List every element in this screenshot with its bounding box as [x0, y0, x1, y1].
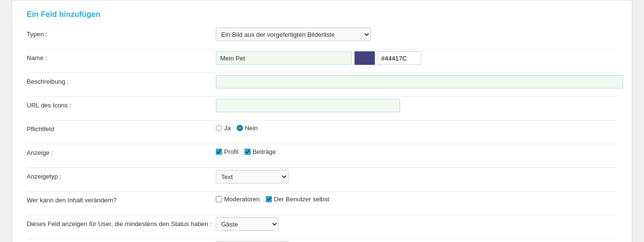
anzeige-profil-checkbox[interactable]: [216, 149, 222, 155]
wer-kann-checkbox-group: Moderatoren Der Benutzer selbst: [216, 194, 329, 203]
form-container: Ein Feld hinzufügen Typen : Ein Bild aus…: [12, 0, 632, 242]
anzeige-beitraege-checkbox[interactable]: [244, 149, 251, 155]
name-label: Name :: [27, 51, 216, 61]
anzeige-row: Anzeige : Profil Beiträge: [27, 146, 617, 161]
moderatoren-item: Moderatoren: [216, 196, 260, 203]
anzeige-beitraege-item: Beiträge: [244, 148, 276, 155]
url-icons-input[interactable]: [216, 99, 400, 112]
status-select[interactable]: Gäste Mitglieder Moderatoren Administrat…: [216, 217, 279, 231]
wer-kann-control: Moderatoren Der Benutzer selbst: [216, 194, 617, 203]
anzeigetyp-label: Anzeigetyp :: [27, 170, 216, 180]
url-icons-label: URL des Icons :: [27, 99, 216, 109]
anzeigetyp-row: Anzeigetyp : Text Bild Link: [27, 170, 617, 184]
beschreibung-control: [216, 75, 623, 89]
pflichtfeld-nein-item: Nein: [237, 124, 258, 132]
pflichtfeld-nein-radio[interactable]: [237, 125, 243, 131]
typen-row: Typen : Ein Bild aus der vorgefertigten …: [27, 28, 617, 42]
pflichtfeld-nein-label: Nein: [245, 124, 258, 132]
anzeige-checkbox-group: Profil Beiträge: [216, 146, 276, 155]
pflichtfeld-radio-group: Ja Nein: [216, 122, 258, 132]
wer-kann-row: Wer kann den Inhalt verändern? Moderator…: [27, 194, 617, 208]
typen-label: Typen :: [27, 28, 216, 38]
moderatoren-label: Moderatoren: [224, 196, 260, 203]
anzeige-control: Profil Beiträge: [216, 146, 617, 155]
moderatoren-checkbox[interactable]: [216, 196, 222, 202]
anzeige-profil-item: Profil: [216, 148, 239, 155]
url-icons-row: URL des Icons :: [27, 99, 617, 113]
name-row: Name :: [27, 51, 617, 66]
anzeige-profil-label: Profil: [224, 148, 239, 155]
wer-kann-label: Wer kann den Inhalt verändern?: [27, 194, 216, 204]
name-control: [216, 51, 617, 65]
benutzer-checkbox[interactable]: [266, 196, 272, 202]
typen-select[interactable]: Ein Bild aus der vorgefertigten Bilderli…: [216, 28, 371, 41]
pflichtfeld-ja-item: Ja: [216, 124, 231, 132]
anzeigetyp-control: Text Bild Link: [216, 170, 617, 183]
status-control: Gäste Mitglieder Moderatoren Administrat…: [216, 217, 617, 231]
color-hex-input[interactable]: [378, 51, 421, 65]
name-input[interactable]: [216, 51, 352, 65]
typen-control: Ein Bild aus der vorgefertigten Bilderli…: [216, 28, 617, 41]
pflichtfeld-label: Pflichtfeld: [27, 122, 216, 133]
pflichtfeld-ja-radio[interactable]: [216, 125, 222, 131]
status-row: Dieses Feld anzeigen für User, die minde…: [27, 217, 617, 232]
url-icons-control: [216, 99, 617, 112]
color-swatch-button[interactable]: [354, 51, 375, 65]
pflichtfeld-row: Pflichtfeld Ja Nein: [27, 122, 617, 137]
anzeigetyp-select[interactable]: Text Bild Link: [216, 170, 289, 183]
benutzer-item: Der Benutzer selbst: [266, 196, 329, 203]
page-title: Ein Feld hinzufügen: [27, 10, 617, 19]
benutzer-label: Der Benutzer selbst: [274, 196, 329, 203]
beschreibung-input[interactable]: [216, 75, 623, 89]
beschreibung-label: Beschreibung :: [27, 75, 216, 85]
status-label: Dieses Feld anzeigen für User, die minde…: [27, 217, 216, 227]
beschreibung-row: Beschreibung :: [27, 75, 617, 90]
anzeige-label: Anzeige :: [27, 146, 216, 156]
pflichtfeld-ja-label: Ja: [224, 124, 231, 132]
anzeige-beitraege-label: Beiträge: [253, 148, 276, 155]
pflichtfeld-control: Ja Nein: [216, 122, 617, 132]
